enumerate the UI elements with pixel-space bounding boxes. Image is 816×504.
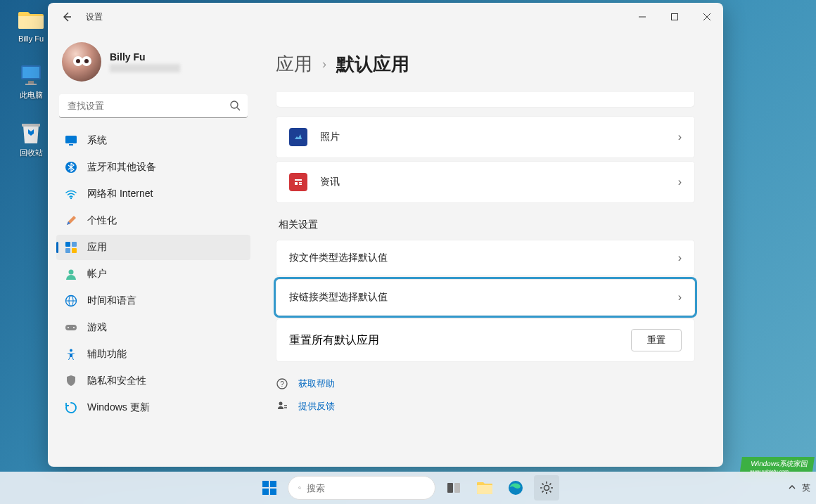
search-input[interactable] [59, 94, 248, 118]
give-feedback-link[interactable]: 提供反馈 [298, 400, 335, 413]
nav-label: 个性化 [87, 214, 117, 227]
reset-button[interactable]: 重置 [631, 329, 682, 351]
svg-point-24 [73, 327, 75, 328]
page-title: 默认应用 [336, 52, 409, 77]
nav-item-apps[interactable]: 应用 [56, 235, 250, 260]
minimize-icon [638, 13, 646, 21]
nav-label: 网络和 Internet [87, 188, 153, 200]
apps-icon [65, 241, 77, 254]
nav-label: Windows 更新 [87, 401, 150, 414]
svg-point-25 [70, 349, 72, 352]
svg-rect-38 [270, 489, 276, 495]
search-box[interactable] [59, 94, 248, 118]
wifi-icon [65, 188, 77, 200]
watermark-main: Windows系统家园 [751, 460, 808, 467]
profile-section[interactable]: Billy Fu [56, 35, 250, 94]
folder-icon [18, 7, 44, 32]
get-help-link[interactable]: 获取帮助 [298, 377, 335, 390]
svg-rect-3 [25, 84, 37, 85]
svg-rect-43 [477, 485, 492, 494]
svg-point-8 [231, 101, 238, 108]
svg-point-45 [544, 486, 549, 491]
nav-item-gaming[interactable]: 游戏 [56, 315, 250, 340]
profile-name: Billy Fu [110, 51, 180, 63]
svg-rect-15 [72, 242, 77, 247]
search-icon[interactable] [229, 100, 241, 114]
nav-item-time-language[interactable]: 时间和语言 [56, 288, 250, 314]
help-icon: ? [276, 377, 288, 390]
app-card-label: 照片 [320, 131, 678, 143]
maximize-icon [670, 13, 679, 21]
svg-rect-37 [262, 489, 269, 495]
related-item-filetype[interactable]: 按文件类型选择默认值 › [276, 240, 695, 276]
nav-item-bluetooth[interactable]: 蓝牙和其他设备 [56, 155, 250, 180]
svg-point-13 [70, 198, 72, 199]
taskbar-taskview[interactable] [441, 475, 466, 500]
svg-rect-10 [65, 136, 77, 143]
desktop-icon-pc[interactable]: 此电脑 [10, 63, 52, 101]
taskbar-edge[interactable] [503, 475, 528, 500]
nav-label: 蓝牙和其他设备 [87, 161, 156, 174]
svg-rect-35 [262, 481, 269, 487]
maximize-button[interactable] [658, 6, 691, 27]
related-item-label: 按文件类型选择默认值 [289, 252, 678, 264]
desktop-icon-trash[interactable]: 回收站 [10, 120, 52, 158]
taskbar-explorer[interactable] [472, 475, 497, 500]
svg-rect-14 [65, 242, 70, 247]
windows-icon [261, 479, 278, 496]
chevron-right-icon: › [678, 291, 682, 304]
app-card-news[interactable]: 资讯 › [276, 161, 695, 203]
trash-icon [18, 120, 44, 146]
gamepad-icon [65, 321, 77, 334]
start-button[interactable] [257, 475, 282, 500]
taskbar-search-input[interactable] [307, 483, 425, 493]
desktop-icon-folder[interactable]: Billy Fu [10, 7, 52, 43]
window-title: 设置 [86, 11, 103, 23]
svg-rect-31 [299, 184, 302, 186]
minimize-button[interactable] [626, 6, 658, 27]
truncated-card-bottom[interactable] [276, 92, 695, 108]
shield-icon [65, 375, 77, 387]
svg-rect-17 [72, 248, 77, 253]
taskbar-settings[interactable] [534, 475, 559, 500]
tray-chevron-up-icon[interactable] [788, 483, 796, 493]
arrow-left-icon [61, 11, 72, 22]
chevron-right-icon: › [678, 252, 682, 264]
gear-icon [539, 480, 554, 496]
titlebar: 设置 [48, 3, 723, 31]
related-item-linktype[interactable]: 按链接类型选择默认值 › [276, 279, 695, 316]
nav-item-personalization[interactable]: 个性化 [56, 208, 250, 233]
back-button[interactable] [56, 6, 77, 27]
chevron-right-icon: › [678, 176, 682, 188]
nav-item-privacy[interactable]: 隐私和安全性 [56, 368, 250, 394]
svg-text:?: ? [280, 380, 284, 388]
nav-item-accounts[interactable]: 帐户 [56, 261, 250, 287]
edge-icon [507, 479, 524, 496]
close-icon [703, 13, 711, 21]
nav-label: 游戏 [87, 321, 107, 334]
nav-item-network[interactable]: 网络和 Internet [56, 181, 250, 207]
desktop-icon-label: 此电脑 [20, 90, 43, 101]
brush-icon [65, 214, 77, 227]
tray-language[interactable]: 英 [802, 482, 810, 494]
reset-label: 重置所有默认应用 [289, 333, 379, 348]
nav-item-system[interactable]: 系统 [56, 128, 250, 153]
chevron-right-icon: › [678, 131, 682, 143]
user-icon [65, 268, 77, 280]
svg-rect-16 [65, 248, 70, 253]
nav-item-update[interactable]: Windows 更新 [56, 395, 250, 420]
svg-rect-42 [454, 483, 460, 493]
nav-label: 隐私和安全性 [87, 375, 146, 387]
taskbar-search[interactable] [288, 476, 435, 500]
svg-line-40 [300, 489, 301, 489]
news-app-icon [289, 173, 307, 191]
app-card-photos[interactable]: 照片 › [276, 116, 695, 158]
profile-email-blurred [110, 64, 180, 72]
breadcrumb-root[interactable]: 应用 [276, 52, 312, 77]
nav-list: 系统 蓝牙和其他设备 网络和 Internet 个性化 应用 [56, 128, 250, 420]
svg-point-23 [68, 327, 69, 328]
close-button[interactable] [691, 6, 723, 27]
nav-item-accessibility[interactable]: 辅助功能 [56, 342, 250, 367]
help-links: ? 获取帮助 提供反馈 [276, 377, 695, 413]
bluetooth-icon [65, 161, 77, 174]
